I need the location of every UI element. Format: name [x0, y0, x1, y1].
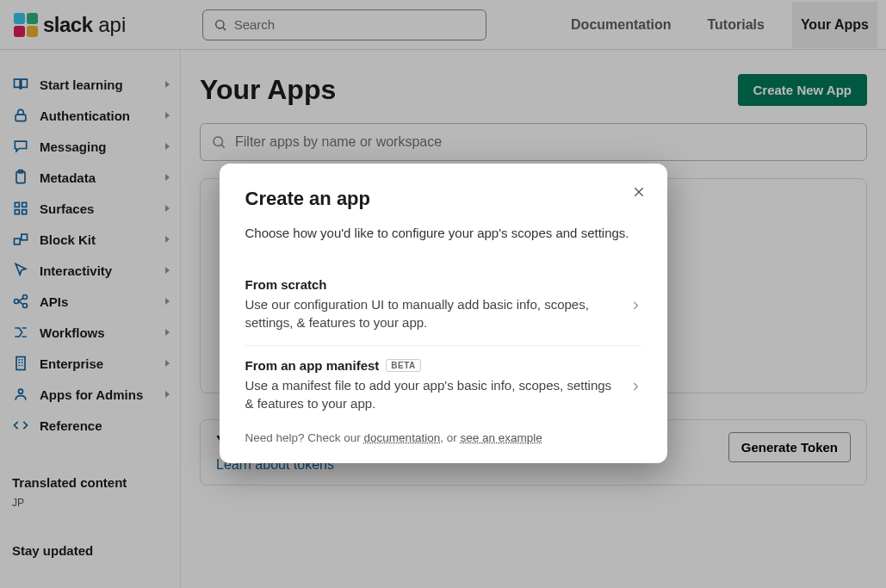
option-from-scratch[interactable]: From scratch Use our configuration UI to… [245, 264, 641, 345]
create-app-modal: Create an app Choose how you'd like to c… [220, 164, 667, 463]
option-title: From scratch [245, 277, 327, 292]
chevron-right-icon [629, 300, 641, 312]
modal-title: Create an app [245, 188, 641, 210]
chevron-right-icon [629, 381, 641, 393]
see-example-link[interactable]: see an example [460, 431, 542, 444]
modal-help-text: Need help? Check our documentation, or s… [245, 431, 641, 444]
close-icon [632, 185, 646, 199]
close-modal-button[interactable] [629, 183, 648, 201]
documentation-link[interactable]: documentation [364, 431, 441, 444]
modal-subtitle: Choose how you'd like to configure your … [245, 226, 641, 240]
option-desc: Use our configuration UI to manually add… [245, 295, 617, 331]
beta-badge: BETA [386, 359, 420, 372]
option-title: From an app manifest [245, 358, 380, 373]
option-desc: Use a manifest file to add your app's ba… [245, 376, 617, 412]
modal-overlay[interactable]: Create an app Choose how you'd like to c… [0, 0, 886, 588]
option-from-manifest[interactable]: From an app manifest BETA Use a manifest… [245, 345, 641, 426]
